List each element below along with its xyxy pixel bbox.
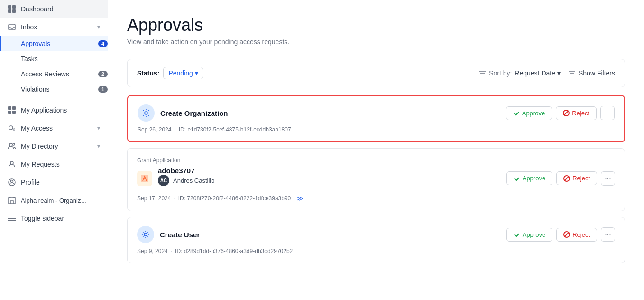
user-circle-icon (8, 178, 16, 187)
menu-icon (8, 214, 16, 223)
reject-label-1: Reject (572, 110, 589, 117)
check-icon (514, 175, 520, 182)
grid-icon (8, 5, 16, 13)
sidebar-item-my-requests[interactable]: My Requests (0, 155, 108, 173)
sidebar-item-label: Toggle sidebar (21, 215, 64, 222)
chevron-down-icon: ▾ (97, 24, 100, 30)
filter-icon (568, 69, 576, 77)
approve-button-1[interactable]: Approve (506, 106, 552, 120)
approve-button-3[interactable]: Approve (506, 228, 552, 242)
sort-icon (478, 69, 486, 77)
reject-button-3[interactable]: Reject (556, 228, 597, 242)
sidebar-item-alpha-realm[interactable]: Alpha realm - Organization (0, 191, 108, 209)
request-date-3: Sep 9, 2024 (137, 248, 168, 254)
app-icon-adobe (137, 171, 152, 186)
svg-rect-6 (12, 106, 16, 110)
request-card-3: Create User Approve Reject ··· (127, 217, 625, 263)
show-filters-button[interactable]: Show Filters (568, 69, 615, 77)
chevron-down-icon: ▾ (195, 69, 198, 77)
sidebar-item-profile[interactable]: Profile (0, 173, 108, 191)
sidebar-item-label: My Directory (21, 142, 58, 150)
sidebar: Dashboard Inbox ▾ Approvals 4 Tasks Acce… (0, 0, 108, 300)
main-content: Approvals View and take action on your p… (108, 0, 644, 300)
svg-rect-7 (8, 111, 11, 114)
sidebar-item-access-reviews[interactable]: Access Reviews 2 (0, 66, 108, 82)
more-button-1[interactable]: ··· (600, 106, 615, 120)
settings-icon (141, 230, 150, 239)
svg-point-12 (10, 161, 13, 164)
approvals-badge: 4 (98, 40, 108, 47)
sidebar-item-label: Inbox (21, 23, 37, 31)
sidebar-item-my-directory[interactable]: My Directory ▾ (0, 137, 108, 155)
svg-rect-1 (12, 5, 16, 9)
card-icon-settings (138, 104, 155, 122)
sidebar-item-label: My Applications (21, 106, 67, 114)
card-header-1: Create Organization Approve Reject (138, 104, 615, 122)
status-label: Status: (137, 69, 159, 77)
card-actions-2: Approve Reject ··· (506, 171, 615, 186)
reject-button-2[interactable]: Reject (556, 171, 597, 185)
card-meta-3: Sep 9, 2024 · ID: d289d1dd-b376-4860-a3d… (137, 248, 615, 254)
svg-point-10 (9, 143, 12, 146)
sort-value: Request Date (515, 69, 555, 77)
svg-point-9 (9, 126, 13, 130)
more-button-3[interactable]: ··· (601, 227, 615, 242)
sort-dropdown[interactable]: Request Date ▾ (515, 69, 561, 77)
sidebar-item-tasks[interactable]: Tasks (0, 51, 108, 66)
status-dropdown[interactable]: Pending ▾ (163, 67, 203, 79)
user-icon (8, 160, 16, 169)
page-subtitle: View and take action on your pending acc… (127, 38, 625, 46)
check-icon (514, 231, 520, 238)
inbox-icon (8, 23, 16, 31)
settings-icon (141, 108, 151, 118)
sidebar-item-approvals[interactable]: Approvals 4 (0, 36, 108, 51)
sidebar-item-dashboard[interactable]: Dashboard (0, 0, 108, 18)
svg-rect-5 (8, 106, 11, 110)
sidebar-item-toggle[interactable]: Toggle sidebar (0, 209, 108, 227)
filter-bar: Status: Pending ▾ Sort by: Request Date … (127, 59, 625, 87)
request-date-1: Sep 26, 2024 (138, 126, 171, 133)
reject-label-2: Reject (572, 175, 590, 182)
sidebar-item-my-access[interactable]: My Access ▾ (0, 119, 108, 137)
approve-button-2[interactable]: Approve (506, 171, 552, 185)
adobe-icon (140, 174, 149, 183)
more-button-2[interactable]: ··· (601, 171, 615, 186)
sort-by: Sort by: Request Date ▾ (478, 69, 561, 77)
status-filter: Status: Pending ▾ (137, 67, 203, 79)
user-row: AC Andres Castillo (158, 175, 501, 186)
sidebar-item-label: My Access (21, 124, 53, 132)
reject-button-1[interactable]: Reject (556, 106, 597, 120)
svg-point-19 (145, 112, 147, 114)
page-title: Approvals (127, 15, 625, 35)
card-meta-1: Sep 26, 2024 · ID: e1d730f2-5cef-4875-b1… (138, 126, 615, 133)
ban-icon (563, 175, 570, 182)
violations-badge: 1 (98, 86, 108, 93)
sidebar-item-my-applications[interactable]: My Applications (0, 101, 108, 119)
request-id-3: ID: d289d1dd-b376-4860-a3d9-db3dd29702b2 (175, 248, 293, 254)
ban-icon (563, 231, 570, 238)
svg-rect-2 (8, 9, 11, 13)
sort-label: Sort by: (489, 69, 512, 77)
approve-label-3: Approve (523, 231, 545, 238)
reject-label-3: Reject (572, 231, 590, 238)
user-name: Andres Castillo (173, 177, 214, 184)
request-id-1: ID: e1d730f2-5cef-4875-b12f-ecddb3ab1807 (179, 126, 291, 133)
dot: · (174, 126, 175, 133)
chevron-down-icon: ▾ (97, 125, 100, 131)
sidebar-item-inbox[interactable]: Inbox ▾ (0, 18, 108, 36)
card-header-2: adobe3707 AC Andres Castillo Approve (137, 167, 615, 190)
svg-point-11 (13, 143, 15, 145)
grant-label: Grant Application (137, 157, 615, 164)
ban-icon (563, 110, 570, 116)
sidebar-item-violations[interactable]: Violations 1 (0, 82, 108, 97)
ellipsis-icon: ··· (605, 174, 611, 183)
request-id-2: ID: 7208f270-20f2-4486-8222-1dfce39a3b90 (178, 195, 291, 202)
dot: · (174, 195, 175, 202)
sort-section: Sort by: Request Date ▾ Show Filters (478, 69, 615, 77)
svg-rect-16 (8, 216, 16, 216)
svg-rect-4 (9, 24, 15, 30)
access-reviews-badge: 2 (98, 71, 108, 77)
user-avatar: AC (158, 175, 169, 186)
card-actions-1: Approve Reject ··· (506, 106, 615, 120)
card-meta-2: Sep 17, 2024 · ID: 7208f270-20f2-4486-82… (137, 195, 615, 202)
